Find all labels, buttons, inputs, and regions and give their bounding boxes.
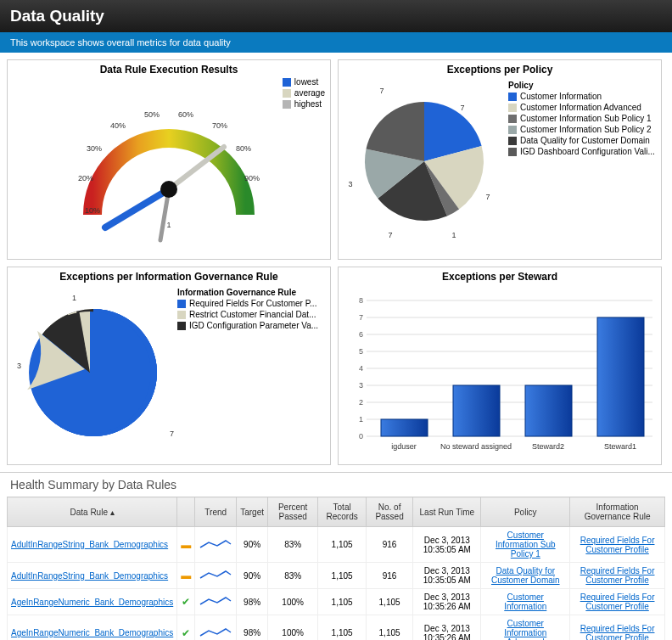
svg-text:60%: 60% bbox=[178, 110, 193, 119]
svg-text:20%: 20% bbox=[78, 174, 93, 182]
svg-text:50%: 50% bbox=[144, 110, 160, 119]
gov-rule-link[interactable]: Required Fields For Customer Profile bbox=[580, 592, 655, 611]
col-status[interactable] bbox=[177, 497, 195, 527]
panel-exceptions-steward: Exceptions per Steward 0 1 2 3 4 5 6 7 8 bbox=[338, 267, 662, 465]
summary-title: Health Summary by Data Rules bbox=[0, 472, 672, 497]
cell-passed: 916 bbox=[366, 563, 412, 589]
cell-pct: 100% bbox=[268, 589, 318, 615]
svg-text:30%: 30% bbox=[87, 144, 102, 153]
col-data-rule[interactable]: Data Rule ▴ bbox=[8, 497, 177, 527]
col-passed[interactable]: No. of Passed bbox=[366, 497, 412, 527]
cell-total: 1,105 bbox=[318, 615, 367, 641]
svg-point-13 bbox=[160, 181, 177, 198]
cell-target: 98% bbox=[237, 615, 268, 641]
summary-table: Data Rule ▴ Trend Target Percent Passed … bbox=[7, 497, 665, 640]
svg-text:70%: 70% bbox=[212, 121, 227, 130]
table-row: AgeInRangeNumeric_Bank_Demographics✔98%1… bbox=[8, 589, 665, 615]
svg-rect-41 bbox=[381, 419, 428, 436]
gov-rule-link[interactable]: Required Fields For Customer Profile bbox=[580, 624, 655, 641]
rule-link[interactable]: AgeInRangeNumeric_Bank_Demographics bbox=[11, 628, 173, 637]
sparkline-icon bbox=[199, 594, 232, 608]
svg-text:10%: 10% bbox=[85, 206, 100, 215]
gauge-title: Data Rule Execution Results bbox=[8, 60, 330, 79]
gauge-legend: lowest average highest bbox=[283, 77, 325, 110]
svg-text:5: 5 bbox=[359, 347, 363, 356]
cell-total: 1,105 bbox=[318, 589, 367, 615]
cell-passed: 916 bbox=[366, 527, 412, 563]
cell-target: 98% bbox=[237, 589, 268, 615]
svg-text:4: 4 bbox=[359, 364, 363, 373]
panel-gauge: Data Rule Execution Results 10% 20% 30% … bbox=[7, 59, 331, 260]
cell-total: 1,105 bbox=[318, 527, 367, 563]
gov-rule-link[interactable]: Required Fields For Customer Profile bbox=[580, 536, 655, 554]
cell-passed: 1,105 bbox=[366, 615, 412, 641]
col-pct-passed[interactable]: Percent Passed bbox=[268, 497, 318, 527]
table-row: AdultInRangeString_Bank_Demographics▬90%… bbox=[8, 563, 665, 589]
col-gov-rule[interactable]: Information Governance Rule bbox=[570, 497, 665, 527]
svg-text:7: 7 bbox=[485, 193, 490, 201]
svg-text:Steward1: Steward1 bbox=[604, 442, 636, 451]
policy-link[interactable]: Customer Information Sub Policy 1 bbox=[496, 531, 556, 559]
gov-rule-link[interactable]: Required Fields For Customer Profile bbox=[580, 566, 655, 585]
svg-text:igduser: igduser bbox=[391, 442, 417, 451]
cell-time: Dec 3, 2013 10:35:05 AM bbox=[413, 527, 481, 563]
cell-target: 90% bbox=[237, 563, 268, 589]
svg-text:0: 0 bbox=[359, 432, 363, 441]
cell-total: 1,105 bbox=[318, 563, 367, 589]
gauge-chart: 10% 20% 30% 40% 50% 60% 70% 80% 90% 1 bbox=[42, 79, 296, 249]
rule-pie-title: Exceptions per Information Governance Ru… bbox=[8, 267, 330, 286]
cell-time: Dec 3, 2013 10:35:26 AM bbox=[413, 615, 481, 641]
policy-link[interactable]: Data Quality for Customer Domain bbox=[491, 566, 560, 585]
rule-link[interactable]: AgeInRangeNumeric_Bank_Demographics bbox=[11, 598, 173, 607]
policy-pie-chart: 7 7 1 7 3 7 bbox=[344, 81, 513, 250]
col-policy[interactable]: Policy bbox=[481, 497, 570, 527]
policy-link[interactable]: Customer Information Advanced bbox=[504, 619, 546, 640]
svg-text:6: 6 bbox=[359, 330, 363, 339]
col-trend[interactable]: Trend bbox=[195, 497, 237, 527]
svg-text:3: 3 bbox=[348, 180, 352, 188]
svg-text:40%: 40% bbox=[110, 121, 126, 130]
dashboard-grid: Data Rule Execution Results 10% 20% 30% … bbox=[0, 53, 672, 472]
table-row: AgeInRangeNumeric_Bank_Demographics✔98%1… bbox=[8, 615, 665, 641]
steward-bar-title: Exceptions per Steward bbox=[339, 267, 661, 286]
svg-rect-43 bbox=[525, 385, 572, 436]
policy-pie-legend: Policy Customer Information Customer Inf… bbox=[508, 81, 655, 158]
svg-text:No steward assigned: No steward assigned bbox=[440, 442, 512, 451]
panel-exceptions-rule: Exceptions per Information Governance Ru… bbox=[7, 267, 331, 465]
svg-line-10 bbox=[105, 189, 169, 227]
policy-link[interactable]: Customer Information bbox=[504, 592, 546, 611]
status-ok-icon: ✔ bbox=[182, 627, 190, 639]
svg-rect-44 bbox=[597, 317, 644, 436]
cell-pct: 100% bbox=[268, 615, 318, 641]
table-header-row: Data Rule ▴ Trend Target Percent Passed … bbox=[8, 497, 665, 527]
cell-pct: 83% bbox=[268, 527, 318, 563]
rule-link[interactable]: AdultInRangeString_Bank_Demographics bbox=[11, 571, 168, 581]
svg-text:7: 7 bbox=[460, 104, 464, 112]
rule-pie-overlay bbox=[18, 296, 171, 449]
status-ok-icon: ✔ bbox=[182, 596, 190, 608]
status-warn-icon: ▬ bbox=[181, 570, 191, 581]
page-subtitle: This workspace shows overall metrics for… bbox=[0, 32, 672, 53]
policy-pie-title: Exceptions per Policy bbox=[339, 60, 661, 79]
status-warn-icon: ▬ bbox=[181, 539, 191, 551]
svg-rect-42 bbox=[453, 385, 500, 436]
table-row: AdultInRangeString_Bank_Demographics▬90%… bbox=[8, 527, 665, 563]
svg-text:80%: 80% bbox=[236, 144, 251, 153]
rule-link[interactable]: AdultInRangeString_Bank_Demographics bbox=[11, 540, 168, 549]
sparkline-icon bbox=[199, 537, 232, 551]
svg-text:1: 1 bbox=[359, 415, 363, 424]
col-total[interactable]: Total Records bbox=[318, 497, 367, 527]
col-target[interactable]: Target bbox=[237, 497, 268, 527]
rule-pie-legend: Information Governance Rule Required Fie… bbox=[177, 288, 318, 332]
cell-target: 90% bbox=[237, 527, 268, 563]
svg-text:8: 8 bbox=[359, 296, 363, 305]
sort-icon: ▴ bbox=[110, 508, 115, 517]
sparkline-icon bbox=[199, 626, 232, 639]
svg-text:7: 7 bbox=[359, 313, 363, 322]
col-last-run[interactable]: Last Run Time bbox=[413, 497, 481, 527]
panel-exceptions-policy: Exceptions per Policy 7 7 1 7 3 7 Policy… bbox=[338, 59, 662, 260]
svg-text:1: 1 bbox=[166, 221, 171, 229]
page-title: Data Quality bbox=[0, 0, 672, 32]
svg-text:Steward2: Steward2 bbox=[532, 442, 564, 451]
svg-text:3: 3 bbox=[359, 381, 363, 390]
